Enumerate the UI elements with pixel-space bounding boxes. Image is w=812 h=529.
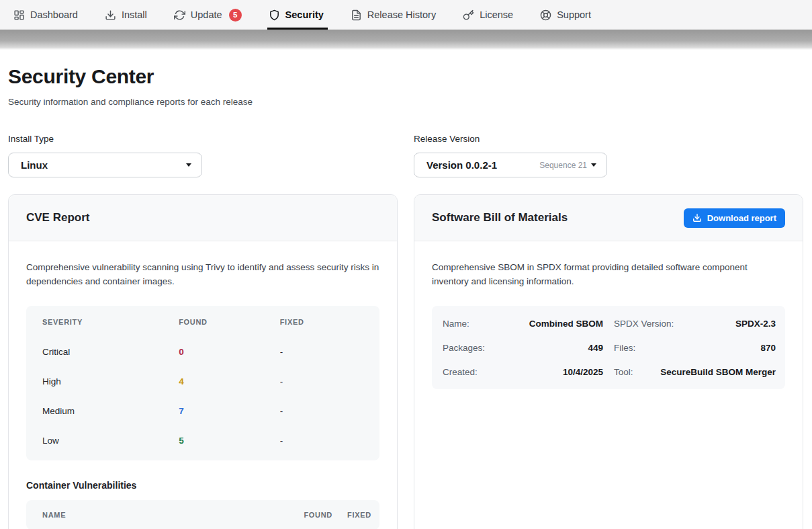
release-version-select[interactable]: Version 0.0.2-1 Sequence 21 [414, 153, 607, 177]
shield-icon [269, 9, 280, 21]
nav-item-install[interactable]: Install [105, 0, 147, 30]
sbom-spdx-version-label: SPDX Version: [614, 319, 674, 329]
sbom-info-row: Packages: 449 Files: 870 [432, 335, 785, 360]
severity-found-count: 0 [179, 347, 280, 357]
sbom-packages-label: Packages: [443, 343, 485, 353]
refresh-icon [174, 9, 185, 21]
install-type-filter: Install Type Linux [8, 134, 398, 177]
severity-fixed-count: - [280, 436, 363, 446]
container-vulnerabilities-header: Name Found Fixed [26, 500, 379, 529]
cve-report-title: CVE Report [26, 211, 89, 225]
sbom-card: Software Bill of Materials Download repo… [414, 194, 803, 529]
sbom-tool-label: Tool: [614, 367, 633, 377]
sequence-tag: Sequence 21 [539, 161, 587, 170]
sbom-created-label: Created: [443, 367, 478, 377]
severity-found-count: 4 [179, 376, 280, 386]
nav-label-dashboard: Dashboard [30, 9, 78, 20]
nav-item-dashboard[interactable]: Dashboard [13, 0, 78, 30]
dashboard-grid-icon [13, 9, 25, 21]
release-version-value: Version 0.0.2-1 [426, 159, 497, 171]
sbom-description: Comprehensive SBOM in SPDX format provid… [432, 260, 785, 288]
sbom-packages-value: 449 [588, 343, 603, 353]
release-version-filter: Release Version Version 0.0.2-1 Sequence… [414, 134, 803, 177]
nav-label-support: Support [557, 9, 591, 20]
container-vulnerabilities-title: Container Vulnerabilities [26, 480, 379, 491]
file-text-icon [351, 9, 362, 21]
download-icon [105, 9, 116, 21]
nav-scroll-shadow [0, 30, 812, 50]
severity-fixed-count: - [280, 406, 363, 416]
chevron-down-icon [186, 163, 191, 167]
fixed-column-header: Fixed [280, 318, 363, 326]
sbom-files-value: 870 [760, 343, 776, 353]
sbom-header: Software Bill of Materials Download repo… [414, 195, 803, 241]
nav-item-license[interactable]: License [463, 0, 513, 30]
nav-label-update: Update [191, 9, 222, 20]
download-report-label: Download report [707, 213, 776, 223]
severity-row-critical: Critical 0 - [26, 337, 379, 366]
severity-column-header: Severity [42, 318, 179, 326]
lifebuoy-icon [540, 9, 551, 21]
sbom-files-label: Files: [614, 343, 635, 353]
page-subtitle: Security information and compliance repo… [8, 97, 804, 107]
severity-table: Severity Found Fixed Critical 0 - High 4… [26, 306, 379, 460]
fixed-column-header: Fixed [332, 511, 371, 519]
sbom-body: Comprehensive SBOM in SPDX format provid… [414, 241, 803, 407]
sbom-spdx-version-value: SPDX-2.3 [735, 319, 776, 329]
nav-item-release-history[interactable]: Release History [351, 0, 436, 30]
nav-item-support[interactable]: Support [540, 0, 591, 30]
chevron-down-icon [591, 163, 596, 167]
found-column-header: Found [280, 511, 332, 519]
sbom-info-row: Created: 10/4/2025 Tool: SecureBuild SBO… [432, 360, 785, 384]
download-icon [692, 213, 702, 222]
top-navigation: Dashboard Install Update 5 Security Rele… [0, 0, 812, 30]
severity-table-header: Severity Found Fixed [26, 307, 379, 337]
nav-label-release-history: Release History [367, 9, 436, 20]
severity-name: High [42, 376, 179, 386]
nav-label-install: Install [122, 9, 147, 20]
filters-row: Install Type Linux Release Version Versi… [8, 134, 804, 177]
nav-label-license: License [480, 9, 513, 20]
nav-item-update[interactable]: Update 5 [174, 0, 242, 30]
cve-report-header: CVE Report [9, 195, 397, 241]
sbom-name-value: Combined SBOM [529, 319, 603, 329]
severity-row-low: Low 5 - [26, 425, 379, 455]
sbom-tool-value: SecureBuild SBOM Merger [660, 367, 776, 377]
cve-report-card: CVE Report Comprehensive vulnerability s… [8, 194, 398, 529]
severity-fixed-count: - [280, 347, 363, 357]
sbom-info-row: Name: Combined SBOM SPDX Version: SPDX-2… [432, 311, 785, 335]
found-column-header: Found [179, 318, 280, 326]
severity-row-medium: Medium 7 - [26, 396, 379, 425]
container-vulnerabilities-table: Name Found Fixed [26, 500, 379, 529]
sbom-title: Software Bill of Materials [432, 211, 568, 225]
install-type-label: Install Type [8, 134, 398, 144]
severity-row-high: High 4 - [26, 366, 379, 396]
update-count-badge: 5 [229, 9, 242, 22]
key-icon [463, 9, 474, 21]
sbom-created-value: 10/4/2025 [563, 367, 603, 377]
nav-item-security[interactable]: Security [269, 0, 324, 30]
name-column-header: Name [42, 511, 280, 519]
download-report-button[interactable]: Download report [684, 208, 785, 228]
cards-row: CVE Report Comprehensive vulnerability s… [8, 194, 804, 529]
severity-name: Medium [42, 406, 179, 416]
severity-found-count: 7 [179, 406, 280, 416]
sbom-info-table: Name: Combined SBOM SPDX Version: SPDX-2… [432, 306, 785, 389]
nav-label-security: Security [285, 9, 324, 20]
severity-found-count: 5 [179, 436, 280, 446]
severity-fixed-count: - [280, 376, 363, 386]
cve-report-description: Comprehensive vulnerability scanning usi… [26, 260, 379, 288]
cve-report-body: Comprehensive vulnerability scanning usi… [9, 241, 397, 529]
page-content: Security Center Security information and… [0, 65, 812, 529]
release-version-label: Release Version [414, 134, 803, 144]
sbom-name-label: Name: [443, 319, 469, 329]
page-title: Security Center [8, 65, 804, 88]
install-type-value: Linux [21, 159, 48, 171]
severity-name: Low [42, 436, 179, 446]
install-type-select[interactable]: Linux [8, 153, 202, 177]
severity-name: Critical [42, 347, 179, 357]
